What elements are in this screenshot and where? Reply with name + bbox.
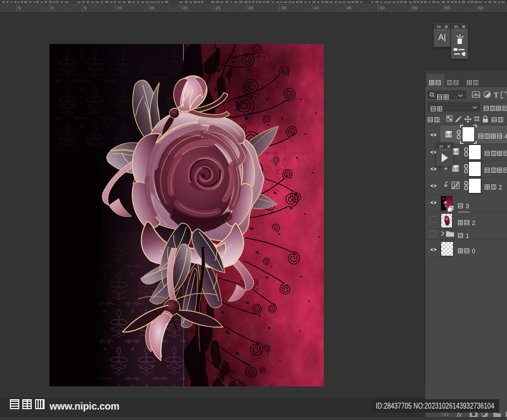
svg-text:35: 35 bbox=[281, 5, 286, 10]
svg-text:45: 45 bbox=[347, 5, 352, 10]
svg-text:5: 5 bbox=[18, 5, 21, 10]
svg-text:40: 40 bbox=[314, 5, 319, 10]
svg-text:10: 10 bbox=[117, 5, 122, 10]
svg-text:15: 15 bbox=[150, 5, 154, 10]
svg-text:60: 60 bbox=[445, 5, 450, 10]
svg-text:25: 25 bbox=[215, 5, 220, 10]
svg-text:T: T bbox=[494, 91, 499, 99]
svg-text:65: 65 bbox=[478, 5, 483, 10]
svg-text:20: 20 bbox=[183, 5, 188, 10]
svg-text:0: 0 bbox=[51, 5, 53, 10]
svg-text:5: 5 bbox=[84, 5, 87, 10]
svg-text:50: 50 bbox=[380, 5, 385, 10]
svg-text:30: 30 bbox=[248, 5, 253, 10]
svg-text:55: 55 bbox=[412, 5, 417, 10]
